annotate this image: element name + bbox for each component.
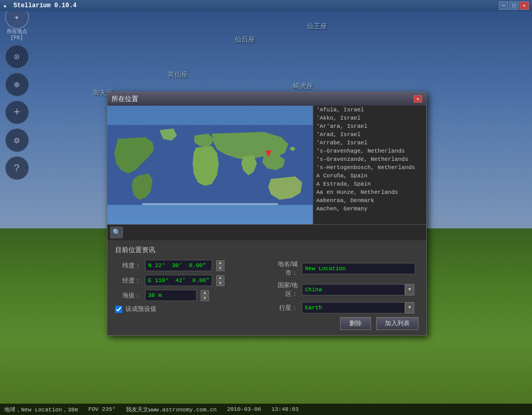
list-item[interactable]: 'Akko, Israel: [313, 114, 426, 122]
list-item[interactable]: 's-Gravenzande, Netherlands: [313, 155, 426, 163]
view-icon: ⊕: [14, 79, 20, 90]
altitude-input[interactable]: [145, 290, 197, 301]
close-button[interactable]: ✕: [520, 2, 529, 10]
taskbar-location: 地球，New Location，38m: [4, 406, 78, 413]
latitude-label: 纬度：: [115, 261, 141, 270]
form-left-col: 纬度： ▲ ▼ 经度： ▲ ▼: [115, 260, 262, 330]
window-title: Stellarium 0.10.4: [13, 2, 498, 9]
help-tool-button[interactable]: ?: [5, 156, 29, 180]
altitude-row: 海拔： ▲ ▼: [115, 290, 262, 301]
world-map[interactable]: ▼: [107, 106, 313, 224]
location-icon: ✦: [14, 11, 20, 23]
search-button[interactable]: 🔍: [110, 227, 123, 238]
minimize-button[interactable]: ─: [499, 2, 508, 10]
place-input[interactable]: [302, 263, 415, 274]
taskbar-fov: FOV 235°: [88, 406, 116, 412]
taskbar: 地球，New Location，38m FOV 235° 我友天文www.ast…: [0, 404, 532, 415]
list-item[interactable]: 'Arad, Israel: [313, 130, 426, 139]
list-item[interactable]: 's-Gravenhage, Netherlands: [313, 147, 426, 155]
planet-label: 行星：: [272, 304, 298, 312]
taskbar-date: 2010-03-06: [227, 406, 261, 412]
list-item[interactable]: Aabenraa, Denmark: [313, 196, 426, 205]
help-icon: ?: [13, 162, 20, 174]
altitude-down-button[interactable]: ▼: [201, 296, 209, 301]
form-columns: 纬度： ▲ ▼ 经度： ▲ ▼: [115, 260, 418, 330]
info-section: 目前位置资讯 纬度： ▲ ▼ 经度：: [107, 240, 426, 335]
map-container: ▼ 'Afula, Israel 'Akko, Israel 'Ar'ara, …: [107, 106, 426, 224]
action-buttons: 删除 加入列表: [272, 317, 418, 330]
list-item[interactable]: 'Ar'ara, Israel: [313, 122, 426, 130]
altitude-up-button[interactable]: ▲: [201, 290, 209, 295]
time-tool-button[interactable]: ⊙: [5, 45, 29, 69]
list-item[interactable]: A Coruña, Spain: [313, 172, 426, 180]
location-dialog: 所在位置 ✕: [107, 92, 427, 336]
latitude-input[interactable]: [145, 260, 212, 271]
latitude-up-button[interactable]: ▲: [216, 260, 224, 265]
modal-body: ▼ 'Afula, Israel 'Akko, Israel 'Ar'ara, …: [107, 106, 426, 335]
default-checkbox[interactable]: [115, 306, 122, 313]
default-checkbox-row: 设成预设值: [115, 305, 262, 313]
place-row: 地名/城市：: [272, 260, 418, 277]
longitude-label: 经度：: [115, 276, 141, 285]
planet-dropdown-button[interactable]: ▼: [405, 302, 414, 313]
planet-row: 行星： ▼: [272, 302, 418, 313]
left-toolbar: ✦ 所在地点 [F6] ⊙ ⊕ + ⚙ ?: [0, 0, 34, 404]
modal-title: 所在位置: [111, 94, 138, 104]
default-checkbox-label: 设成预设值: [125, 305, 156, 313]
longitude-row: 经度： ▲ ▼: [115, 275, 262, 286]
place-label: 地名/城市：: [272, 260, 298, 277]
list-item[interactable]: Aachen, Germany: [313, 205, 426, 213]
country-label: 国家/地区：: [272, 281, 298, 298]
list-item[interactable]: 's-Hertogenbosch, Netherlands: [313, 163, 426, 172]
constellation-label-perseus: 英仙座: [168, 70, 188, 79]
constellation-label-cassiopeia: 仙后座: [235, 35, 255, 44]
longitude-input[interactable]: [145, 275, 212, 286]
taskbar-time: 13:48:03: [271, 406, 299, 412]
modal-titlebar: 所在位置 ✕: [107, 92, 426, 106]
delete-button[interactable]: 删除: [340, 317, 371, 330]
form-right-col: 地名/城市： 国家/地区： ▼ 行星： ▼: [272, 260, 418, 330]
clock-icon: ⊙: [14, 51, 20, 62]
search-icon: 🔍: [112, 228, 121, 237]
country-input[interactable]: [302, 284, 405, 295]
latitude-row: 纬度： ▲ ▼: [115, 260, 262, 271]
planet-input[interactable]: [302, 302, 405, 313]
titlebar: ★ Stellarium 0.10.4 ─ □ ✕: [0, 0, 532, 11]
country-dropdown-button[interactable]: ▼: [405, 284, 414, 295]
latitude-down-button[interactable]: ▼: [216, 266, 224, 271]
list-item[interactable]: A Estrada, Spain: [313, 180, 426, 188]
altitude-label: 海拔：: [115, 291, 141, 300]
location-tool-label: 所在地点 [F6]: [0, 28, 34, 41]
latitude-spinner: ▲ ▼: [216, 260, 224, 271]
world-map-svg: [107, 106, 313, 224]
longitude-down-button[interactable]: ▼: [216, 281, 224, 286]
maximize-button[interactable]: □: [509, 2, 519, 10]
plus-icon: +: [13, 106, 20, 119]
location-marker: ▼: [265, 148, 271, 160]
view-tool-button[interactable]: ⊕: [5, 73, 29, 96]
map-search-bar: 🔍: [107, 224, 426, 240]
longitude-up-button[interactable]: ▲: [216, 275, 224, 280]
list-item[interactable]: 'Arrabe, Israel: [313, 139, 426, 147]
list-item[interactable]: 'Afula, Israel: [313, 106, 426, 114]
info-title: 目前位置资讯: [115, 245, 418, 255]
constellation-label-cassiopeia-king: 仙王座: [307, 22, 327, 31]
location-list[interactable]: 'Afula, Israel 'Akko, Israel 'Ar'ara, Is…: [313, 106, 426, 224]
settings-tool-button[interactable]: ⚙: [5, 128, 29, 152]
add-to-list-button[interactable]: 加入列表: [376, 317, 418, 330]
list-item[interactable]: Aa en Hunze, Netherlands: [313, 188, 426, 196]
gear-icon: ⚙: [14, 135, 20, 146]
search-tool-button[interactable]: +: [5, 101, 29, 124]
longitude-spinner: ▲ ▼: [216, 275, 224, 286]
taskbar-website: 我友天文www.astronomy.com.cn: [126, 406, 217, 413]
constellation-label-lacerta: 蝎虎座: [293, 81, 313, 91]
modal-close-button[interactable]: ✕: [414, 95, 422, 103]
app-icon: ★: [3, 2, 10, 9]
country-row: 国家/地区： ▼: [272, 281, 418, 298]
altitude-spinner: ▲ ▼: [201, 290, 209, 301]
